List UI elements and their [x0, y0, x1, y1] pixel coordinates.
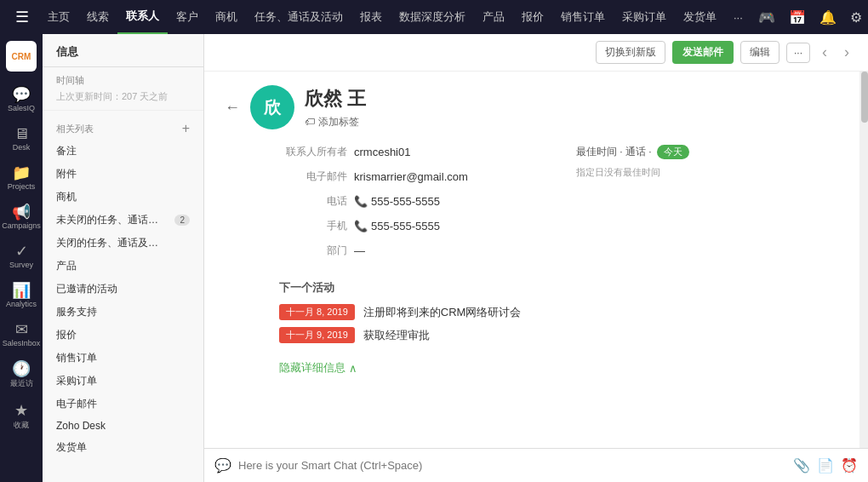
timeline-section: 时间轴 上次更新时间：207 天之前	[43, 67, 203, 111]
send-email-button[interactable]: 发送邮件	[672, 41, 734, 64]
email-value: krismarrier@gmail.com	[354, 170, 468, 183]
left-panel-item[interactable]: Zoho Desk	[43, 416, 203, 436]
sidebar-item-campaigns[interactable]: 📢 Campaigns	[3, 199, 40, 235]
left-panel-item[interactable]: 服务支持	[43, 301, 203, 324]
left-panel-item[interactable]: 报价	[43, 324, 203, 347]
settings-icon[interactable]: ⚙	[847, 6, 865, 29]
right-scrollbar[interactable]	[859, 72, 868, 448]
main-layout: CRM 💬 SalesIQ 🖥 Desk 📁 Projects 📢 Campai…	[0, 34, 868, 482]
menu-icon[interactable]: ☰	[7, 8, 37, 26]
left-panel-item[interactable]: 商机	[43, 186, 203, 209]
phone-icon: 📞	[354, 195, 368, 208]
nav-item-任务、通话及活动[interactable]: 任务、通话及活动	[246, 0, 351, 34]
attachment-icon[interactable]: 📎	[793, 457, 810, 473]
nav-item-数据深度分析[interactable]: 数据深度分析	[391, 0, 474, 34]
nav-item-···[interactable]: ···	[725, 0, 751, 34]
best-time-label: 最佳时间 · 通话 ·	[576, 145, 652, 159]
left-panel-item-label: 电子邮件	[56, 397, 97, 411]
dept-value: —	[354, 244, 365, 257]
nav-item-发货单[interactable]: 发货单	[675, 0, 725, 34]
chat-icon[interactable]: 💬	[214, 457, 231, 473]
favorites-icon: ★	[14, 403, 28, 418]
left-panel-item[interactable]: 发货单	[43, 436, 203, 459]
sidebar-item-desk[interactable]: 🖥 Desk	[3, 121, 40, 157]
calendar-icon[interactable]: 📅	[785, 6, 809, 29]
sidebar-item-recent[interactable]: 🕐 最近访	[3, 356, 40, 394]
left-panel-item[interactable]: 销售订单	[43, 347, 203, 370]
activity-date-badge: 十一月 9, 2019	[279, 327, 355, 343]
left-panel-item[interactable]: 附件	[43, 163, 203, 186]
mobile-label: 手机	[279, 219, 347, 233]
activity-description: 注册即将到来的CRM网络研讨会	[363, 305, 522, 320]
left-panel-item-label: 销售订单	[56, 351, 97, 365]
related-list-section: 相关列表 + 备注附件商机未关闭的任务、通话…2关闭的任务、通话及…产品已邀请的…	[43, 111, 203, 466]
left-panel-item-label: 产品	[56, 259, 77, 273]
nav-item-销售订单[interactable]: 销售订单	[552, 0, 614, 34]
left-panel-item[interactable]: 已邀请的活动	[43, 278, 203, 301]
sidebar-item-salesiq[interactable]: 💬 SalesIQ	[3, 82, 40, 118]
sidebar-item-survey[interactable]: ✓ Survey	[3, 238, 40, 274]
switch-version-button[interactable]: 切换到新版	[596, 41, 665, 64]
tag-icon: 🏷	[305, 116, 315, 128]
left-panel-item-label: 发货单	[56, 440, 87, 455]
more-options-button[interactable]: ···	[786, 43, 810, 63]
prev-nav-button[interactable]: ‹	[817, 42, 832, 63]
left-panel-item[interactable]: 产品	[43, 255, 203, 278]
owner-value: crmceshi01	[354, 146, 410, 158]
mobile-value: 📞 555-555-5555	[354, 220, 440, 232]
email-row: 电子邮件 krismarrier@gmail.com	[279, 164, 559, 189]
left-panel-item-label: 已邀请的活动	[56, 282, 117, 296]
nav-item-产品[interactable]: 产品	[474, 0, 513, 34]
notification-icon[interactable]: 🔔	[816, 6, 840, 29]
document-icon[interactable]: 📄	[817, 457, 834, 473]
left-panel-item-label: Zoho Desk	[56, 420, 106, 432]
game-icon[interactable]: 🎮	[755, 6, 779, 29]
hide-details-button[interactable]: 隐藏详细信息 ∧	[225, 360, 839, 376]
next-nav-button[interactable]: ›	[839, 42, 854, 63]
nav-item-采购订单[interactable]: 采购订单	[614, 0, 675, 34]
nav-item-线索[interactable]: 线索	[78, 0, 117, 34]
left-panel-item-label: 附件	[56, 167, 77, 181]
left-panel-item[interactable]: 电子邮件	[43, 393, 203, 416]
timeline-sub: 上次更新时间：207 天之前	[56, 90, 190, 103]
contact-name-area: 欣然 王 🏷 添加标签	[305, 86, 366, 129]
campaigns-icon: 📢	[12, 204, 31, 220]
sidebar-item-analytics[interactable]: 📊 Analytics	[3, 278, 40, 313]
nav-item-联系人[interactable]: 联系人	[117, 0, 168, 34]
related-list-add-icon[interactable]: +	[182, 121, 190, 136]
left-panel-item-label: 备注	[56, 144, 77, 158]
left-panel: 信息 时间轴 上次更新时间：207 天之前 相关列表 + 备注附件商机未关闭的任…	[43, 34, 204, 482]
sidebar-item-salesinbox[interactable]: ✉ SalesInbox	[3, 317, 40, 353]
left-panel-header: 信息	[43, 34, 203, 67]
nav-item-客户[interactable]: 客户	[168, 0, 207, 34]
crm-logo[interactable]: CRM	[6, 41, 37, 72]
activities-section: 下一个活动 十一月 8, 2019注册即将到来的CRM网络研讨会十一月 9, 2…	[225, 280, 839, 343]
left-panel-item-label: 未关闭的任务、通话…	[56, 213, 158, 227]
smart-chat-input[interactable]	[238, 459, 786, 472]
back-arrow-icon[interactable]: ←	[225, 99, 240, 117]
left-panel-item[interactable]: 采购订单	[43, 370, 203, 393]
bottom-chat-bar: 💬 📎 📄 ⏰	[204, 448, 868, 482]
left-panel-item[interactable]: 未关闭的任务、通话…2	[43, 209, 203, 232]
left-panel-items: 备注附件商机未关闭的任务、通话…2关闭的任务、通话及…产品已邀请的活动服务支持报…	[43, 140, 203, 459]
salesinbox-icon: ✉	[15, 322, 28, 337]
add-tag-button[interactable]: 🏷 添加标签	[305, 115, 366, 129]
contact-avatar: 欣	[250, 85, 294, 129]
left-panel-item[interactable]: 备注	[43, 140, 203, 163]
sidebar-item-favorites[interactable]: ★ 收藏	[3, 398, 40, 436]
left-panel-item-label: 报价	[56, 328, 77, 342]
owner-row: 联系人所有者 crmceshi01	[279, 140, 559, 164]
nav-item-报表[interactable]: 报表	[351, 0, 391, 34]
left-panel-item[interactable]: 关闭的任务、通话及…	[43, 232, 203, 255]
scrollbar-thumb[interactable]	[861, 72, 868, 123]
sidebar-icons: CRM 💬 SalesIQ 🖥 Desk 📁 Projects 📢 Campai…	[0, 34, 43, 482]
edit-button[interactable]: 编辑	[740, 41, 779, 64]
nav-item-商机[interactable]: 商机	[207, 0, 246, 34]
today-badge: 今天	[657, 145, 689, 159]
activity-description: 获取经理审批	[363, 328, 430, 343]
sidebar-item-projects[interactable]: 📁 Projects	[3, 160, 40, 196]
detail-right: 最佳时间 · 通话 · 今天 指定日没有最佳时间	[559, 140, 839, 263]
clock-icon[interactable]: ⏰	[841, 457, 858, 473]
nav-item-报价[interactable]: 报价	[513, 0, 552, 34]
nav-item-主页[interactable]: 主页	[39, 0, 78, 34]
